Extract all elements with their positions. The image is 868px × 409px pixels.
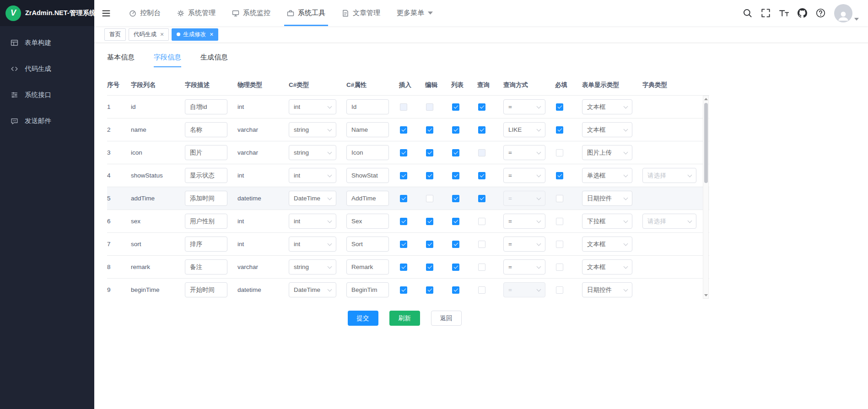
display-type-select[interactable]: 下拉框 — [582, 214, 632, 229]
list-checkbox[interactable] — [452, 126, 459, 134]
query-method-select[interactable]: = — [503, 168, 545, 183]
csharp-property-input[interactable] — [346, 99, 389, 114]
font-size-icon[interactable] — [779, 8, 789, 18]
edit-checkbox[interactable] — [426, 195, 433, 202]
list-checkbox[interactable] — [452, 172, 459, 179]
display-type-select[interactable]: 日期控件 — [582, 282, 632, 297]
insert-checkbox[interactable] — [400, 218, 407, 225]
insert-checkbox[interactable] — [400, 286, 407, 294]
query-method-select[interactable]: = — [503, 214, 545, 229]
sidebar-item-1[interactable]: 代码生成 — [0, 56, 94, 82]
query-checkbox[interactable] — [478, 195, 485, 202]
user-menu[interactable] — [834, 4, 859, 22]
close-icon[interactable]: × — [160, 31, 164, 38]
github-icon[interactable] — [798, 8, 807, 18]
csharp-property-input[interactable] — [346, 282, 389, 297]
query-checkbox[interactable] — [478, 264, 485, 271]
help-icon[interactable] — [816, 8, 825, 18]
csharp-property-input[interactable] — [346, 145, 389, 160]
sidebar-item-2[interactable]: 系统接口 — [0, 82, 94, 108]
insert-checkbox[interactable] — [400, 195, 407, 202]
dict-type-select[interactable]: 请选择 — [642, 214, 696, 229]
csharp-property-input[interactable] — [346, 259, 389, 274]
required-checkbox[interactable] — [556, 241, 563, 248]
field-desc-input[interactable] — [185, 145, 227, 160]
tag-1[interactable]: 代码生成× — [129, 28, 169, 41]
query-method-select[interactable]: = — [503, 259, 545, 274]
edit-checkbox[interactable] — [426, 218, 433, 225]
field-desc-input[interactable] — [185, 259, 227, 274]
edit-checkbox[interactable] — [426, 149, 433, 156]
required-checkbox[interactable] — [556, 264, 563, 271]
insert-checkbox[interactable] — [400, 126, 407, 134]
sidebar-item-0[interactable]: 表单构建 — [0, 30, 94, 56]
insert-checkbox[interactable] — [400, 172, 407, 179]
csharp-property-input[interactable] — [346, 214, 389, 229]
query-checkbox[interactable] — [478, 286, 485, 294]
query-method-select[interactable]: = — [503, 191, 545, 206]
csharp-type-select[interactable]: int — [289, 168, 336, 183]
scroll-up-icon[interactable] — [704, 98, 708, 100]
required-checkbox[interactable] — [556, 103, 563, 111]
csharp-type-select[interactable]: DateTime — [289, 191, 336, 206]
field-desc-input[interactable] — [185, 99, 227, 114]
content-tab-2[interactable]: 生成信息 — [200, 53, 228, 67]
field-desc-input[interactable] — [185, 237, 227, 252]
edit-checkbox[interactable] — [426, 126, 433, 134]
list-checkbox[interactable] — [452, 241, 459, 248]
avatar[interactable] — [834, 4, 852, 22]
query-checkbox[interactable] — [478, 218, 485, 225]
display-type-select[interactable]: 文本框 — [582, 237, 632, 252]
search-icon[interactable] — [743, 8, 752, 18]
edit-checkbox[interactable] — [426, 286, 433, 294]
display-type-select[interactable]: 文本框 — [582, 259, 632, 274]
display-type-select[interactable]: 日期控件 — [582, 191, 632, 206]
sidebar-item-3[interactable]: 发送邮件 — [0, 108, 94, 134]
csharp-property-input[interactable] — [346, 122, 389, 137]
query-checkbox[interactable] — [478, 126, 485, 134]
csharp-property-input[interactable] — [346, 168, 389, 183]
topnav-item-3[interactable]: 系统工具 — [280, 0, 332, 26]
logo[interactable]: V ZrAdmin.NET-管理系统 — [0, 0, 94, 26]
query-method-select[interactable]: LIKE — [503, 122, 545, 137]
table-scrollbar[interactable] — [703, 96, 709, 299]
list-checkbox[interactable] — [452, 195, 459, 202]
csharp-type-select[interactable]: string — [289, 122, 336, 137]
insert-checkbox[interactable] — [400, 264, 407, 271]
required-checkbox[interactable] — [556, 172, 563, 179]
field-desc-input[interactable] — [185, 168, 227, 183]
edit-checkbox[interactable] — [426, 103, 433, 111]
fullscreen-icon[interactable] — [761, 8, 771, 18]
csharp-type-select[interactable]: string — [289, 145, 336, 160]
required-checkbox[interactable] — [556, 218, 563, 225]
topnav-item-1[interactable]: 系统管理 — [171, 0, 222, 26]
csharp-type-select[interactable]: int — [289, 237, 336, 252]
tag-2[interactable]: 生成修改× — [172, 28, 218, 41]
field-desc-input[interactable] — [185, 214, 227, 229]
display-type-select[interactable]: 文本框 — [582, 99, 632, 114]
topnav-item-5[interactable]: 更多菜单 — [390, 0, 439, 26]
csharp-property-input[interactable] — [346, 191, 389, 206]
field-desc-input[interactable] — [185, 282, 227, 297]
csharp-property-input[interactable] — [346, 237, 389, 252]
list-checkbox[interactable] — [452, 218, 459, 225]
insert-checkbox[interactable] — [400, 149, 407, 156]
display-type-select[interactable]: 图片上传 — [582, 145, 632, 160]
query-method-select[interactable]: = — [503, 145, 545, 160]
field-desc-input[interactable] — [185, 191, 227, 206]
scroll-down-icon[interactable] — [704, 294, 708, 296]
query-checkbox[interactable] — [478, 172, 485, 179]
list-checkbox[interactable] — [452, 103, 459, 111]
display-type-select[interactable]: 单选框 — [582, 168, 632, 183]
edit-checkbox[interactable] — [426, 241, 433, 248]
edit-checkbox[interactable] — [426, 172, 433, 179]
required-checkbox[interactable] — [556, 149, 563, 156]
query-method-select[interactable]: = — [503, 99, 545, 114]
insert-checkbox[interactable] — [400, 103, 407, 111]
back-button[interactable]: 返回 — [431, 311, 462, 326]
query-method-select[interactable]: = — [503, 237, 545, 252]
required-checkbox[interactable] — [556, 126, 563, 134]
edit-checkbox[interactable] — [426, 264, 433, 271]
list-checkbox[interactable] — [452, 264, 459, 271]
field-desc-input[interactable] — [185, 122, 227, 137]
